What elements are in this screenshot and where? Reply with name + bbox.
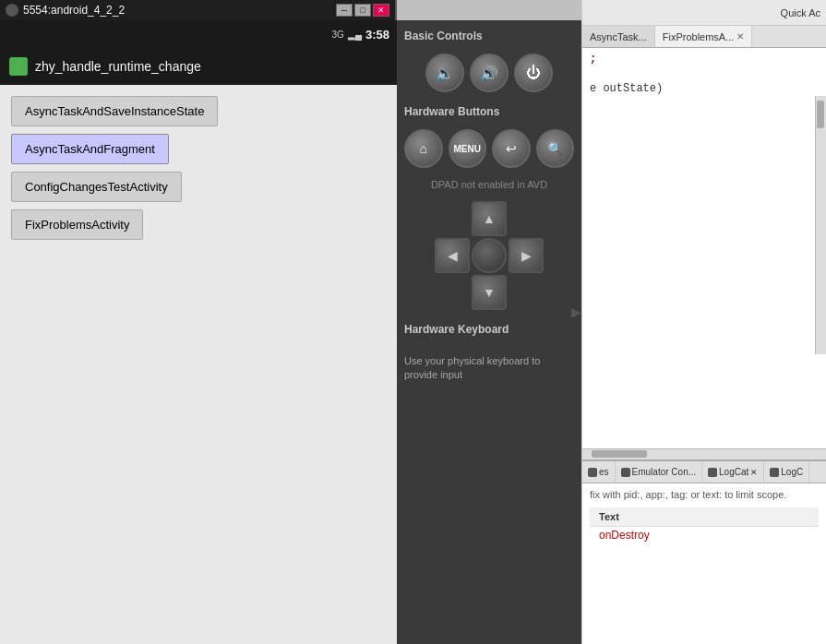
tab-async-task[interactable]: AsyncTask... [582, 26, 655, 47]
console-tab-logc[interactable]: LogC [764, 461, 809, 483]
tab-fix-problems-label: FixProblemsA... [663, 31, 735, 42]
hardware-buttons-title: Hardware Buttons [404, 105, 574, 118]
code-line-3: e outState) [582, 81, 826, 96]
console-tab-es[interactable]: es [582, 461, 616, 483]
activity-config-changes[interactable]: ConfigChangesTestActivity [11, 172, 182, 202]
dpad-top-row: ▲ [472, 201, 507, 236]
tab-async-task-label: AsyncTask... [590, 31, 647, 42]
basic-controls-title: Basic Controls [404, 30, 574, 42]
dpad-bottom-row: ▼ [472, 275, 507, 310]
console-tabs: es Emulator Con... LogCat ✕ LogC [582, 461, 826, 483]
dpad-middle-row: ◀ ▶ [435, 238, 544, 273]
search-button[interactable]: 🔍 [536, 129, 575, 168]
menu-button[interactable]: MENU [449, 129, 487, 168]
hardware-keyboard-title: Hardware Keyboard [404, 323, 574, 336]
console-hint: fix with pid:, app:, tag: or text: to li… [590, 489, 819, 500]
ide-vertical-scrollbar[interactable] [815, 96, 826, 354]
keyboard-note: Use your physical keyboard to provide in… [404, 354, 574, 383]
console-data-row: onDestroy [590, 527, 819, 543]
phone-screen: 3G ▂▄ 3:58 zhy_handle_runtime_change Asy… [0, 20, 397, 644]
dpad-left-button[interactable]: ◀ [435, 238, 470, 273]
close-button[interactable]: ✕ [373, 4, 389, 17]
activity-list: AsyncTaskAndSaveInstanceState AsyncTaskA… [0, 85, 397, 644]
emulator-icon [6, 4, 18, 17]
ide-top-bar: Quick Ac [582, 0, 826, 26]
ide-horizontal-scrollbar[interactable] [582, 448, 826, 459]
resize-handle[interactable]: ▶ [571, 304, 581, 319]
tab-logc-label: LogC [781, 467, 803, 477]
dpad-container: ▲ ◀ ▶ ▼ [404, 201, 574, 310]
power-button[interactable]: ⏻ [514, 54, 553, 92]
tab-es-label: es [599, 467, 609, 477]
app-content: zhy_handle_runtime_change AsyncTaskAndSa… [0, 48, 397, 644]
tab-emulator-icon [621, 468, 630, 477]
code-line-7 [582, 140, 826, 155]
app-title: zhy_handle_runtime_change [35, 59, 201, 74]
home-button[interactable]: ⌂ [404, 129, 443, 168]
ide-panel: Quick Ac AsyncTask... FixProblemsA... ✕ … [581, 0, 826, 644]
logcat-close-icon[interactable]: ✕ [750, 468, 758, 477]
signal-indicator: 3G [332, 30, 344, 40]
activity-fix-problems[interactable]: FixProblemsActivity [11, 209, 143, 240]
code-line-4 [582, 96, 826, 111]
code-line-5 [582, 111, 826, 125]
code-line-1: ; [582, 52, 826, 66]
activity-async-fragment[interactable]: AsyncTaskAndFragment [11, 134, 169, 164]
dpad-center-button[interactable] [472, 238, 507, 273]
basic-controls-row: 🔈 🔊 ⏻ [404, 54, 574, 92]
maximize-button[interactable]: □ [354, 4, 371, 17]
back-button[interactable]: ↩ [492, 129, 531, 168]
dpad-label: DPAD not enabled in AVD [404, 179, 574, 190]
ide-tabs: AsyncTask... FixProblemsA... ✕ [582, 26, 826, 48]
hardware-buttons-row: ⌂ MENU ↩ 🔍 [404, 129, 574, 168]
console-header-row: Text [590, 507, 819, 527]
ide-hscrollbar-thumb [592, 450, 647, 458]
console-tab-emulator[interactable]: Emulator Con... [616, 461, 702, 483]
app-titlebar: zhy_handle_runtime_change [0, 48, 397, 85]
ide-console: es Emulator Con... LogCat ✕ LogC fix wit… [582, 459, 826, 644]
emulator-titlebar: 5554:android_4_2_2 ─ □ ✕ [0, 0, 395, 20]
ide-editor: ; e outState) [582, 48, 826, 448]
bars-indicator: ▂▄ [348, 30, 362, 40]
app-icon [9, 57, 28, 76]
console-data-cell: onDestroy [593, 527, 655, 543]
emulator-title: 5554:android_4_2_2 [23, 4, 125, 17]
tab-logc-icon [770, 468, 779, 477]
dpad-right-button[interactable]: ▶ [509, 238, 544, 273]
volume-down-button[interactable]: 🔈 [425, 54, 464, 92]
console-tab-logcat[interactable]: LogCat ✕ [702, 461, 764, 483]
tab-logcat-label: LogCat [719, 467, 748, 477]
code-line-6 [582, 125, 826, 140]
volume-up-button[interactable]: 🔊 [470, 54, 509, 92]
quick-access-label: Quick Ac [781, 7, 820, 18]
tab-fix-problems[interactable]: FixProblemsA... ✕ [655, 26, 753, 47]
console-content: fix with pid:, app:, tag: or text: to li… [582, 483, 826, 644]
status-bar: 3G ▂▄ 3:58 [0, 20, 397, 48]
ide-scrollbar-thumb [817, 101, 824, 128]
controls-panel: Basic Controls 🔈 🔊 ⏻ Hardware Buttons ⌂ … [397, 20, 581, 644]
tab-logcat-icon [708, 468, 717, 477]
tab-emulator-label: Emulator Con... [632, 467, 696, 477]
clock: 3:58 [365, 28, 389, 42]
window-controls: ─ □ ✕ [336, 4, 389, 17]
console-column-header: Text [593, 509, 625, 524]
dpad-down-button[interactable]: ▼ [472, 275, 507, 310]
activity-async-save[interactable]: AsyncTaskAndSaveInstanceState [11, 96, 218, 126]
tab-close-icon[interactable]: ✕ [736, 31, 744, 42]
dpad-up-button[interactable]: ▲ [472, 201, 507, 236]
minimize-button[interactable]: ─ [336, 4, 353, 17]
code-line-2 [582, 66, 826, 81]
tab-es-icon [588, 468, 597, 477]
